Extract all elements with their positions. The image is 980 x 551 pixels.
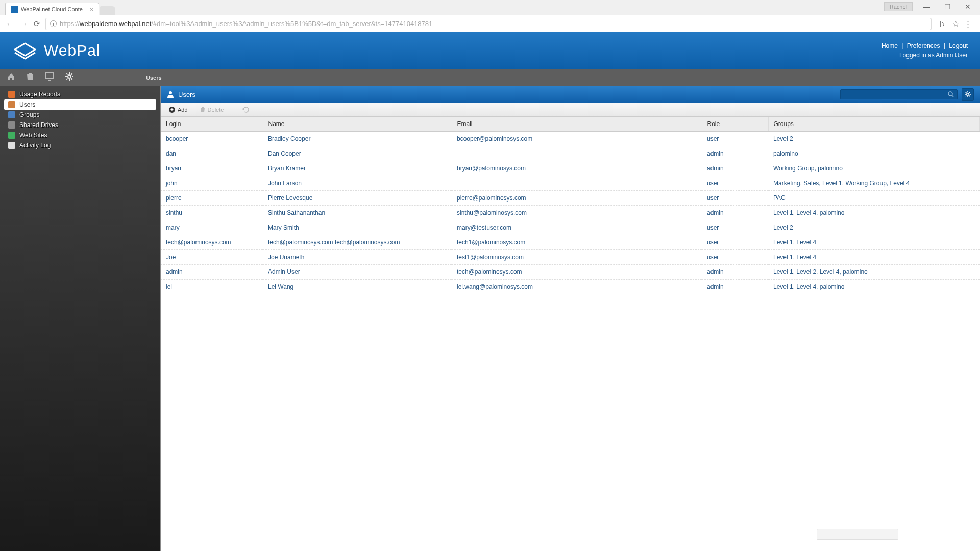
browser-chrome: WebPal.net Cloud Conte × Rachel — ☐ ✕ ← …	[0, 0, 980, 32]
cell-role: user	[702, 235, 768, 250]
sidebar-icon	[8, 142, 15, 149]
search-icon	[948, 91, 954, 97]
sidebar-item-users[interactable]: Users	[4, 99, 156, 110]
table-row[interactable]: adminAdmin Usertech@palominosys.comadmin…	[161, 265, 980, 280]
sidebar-item-activity-log[interactable]: Activity Log	[4, 140, 156, 151]
table-row[interactable]: JoeJoe Unamethtest1@palominosys.comuserL…	[161, 250, 980, 265]
monitor-icon[interactable]	[45, 72, 54, 83]
cell-login: pierre	[161, 191, 263, 206]
table-row[interactable]: tech@palominosys.comtech@palominosys.com…	[161, 235, 980, 250]
add-label: Add	[178, 107, 188, 113]
preferences-link[interactable]: Preferences	[907, 42, 940, 49]
trash-icon	[200, 107, 205, 113]
delete-button[interactable]: Delete	[197, 105, 227, 114]
cell-groups: Level 1, Level 4	[768, 250, 980, 265]
table-header-row: Login Name Email Role Groups	[161, 117, 980, 132]
cell-groups: Level 1, Level 2, Level 4, palomino	[768, 265, 980, 280]
col-email[interactable]: Email	[452, 117, 702, 132]
cell-login: lei	[161, 280, 263, 294]
add-button[interactable]: + Add	[166, 105, 191, 114]
table-row[interactable]: leiLei Wanglei.wang@palominosys.comadmin…	[161, 280, 980, 294]
sidebar-icon	[8, 121, 15, 129]
sidebar-item-web-sites[interactable]: Web Sites	[4, 130, 156, 140]
floating-widget[interactable]	[817, 529, 898, 540]
table-row[interactable]: danDan Cooperadminpalomino	[161, 146, 980, 161]
col-role[interactable]: Role	[702, 117, 768, 132]
sidebar-item-label: Groups	[19, 111, 39, 118]
users-panel-icon	[167, 91, 174, 98]
top-toolbar: Users	[0, 69, 980, 86]
maximize-icon[interactable]: ☐	[941, 3, 953, 11]
cell-groups: Level 2	[768, 132, 980, 146]
cell-name: Bradley Cooper	[263, 132, 452, 146]
logout-link[interactable]: Logout	[949, 42, 968, 49]
cell-email: pierre@palominosys.com	[452, 191, 702, 206]
plus-icon: +	[169, 107, 175, 113]
new-tab-button[interactable]	[100, 6, 115, 15]
cell-role: admin	[702, 265, 768, 280]
cell-name: Admin User	[263, 265, 452, 280]
col-name[interactable]: Name	[263, 117, 452, 132]
sidebar-icon	[8, 101, 15, 108]
search-input[interactable]	[840, 89, 958, 99]
site-info-icon[interactable]: i	[50, 20, 57, 27]
sidebar-item-label: Users	[19, 101, 35, 108]
refresh-button[interactable]	[239, 105, 253, 114]
cell-name: Joe Unameth	[263, 250, 452, 265]
cell-email: bryan@palominosys.com	[452, 161, 702, 176]
tab-close-icon[interactable]: ×	[90, 6, 94, 13]
cell-login: sinthu	[161, 206, 263, 220]
key-icon[interactable]: ⚿	[940, 19, 947, 29]
table-row[interactable]: bcooperBradley Cooperbcooper@palominosys…	[161, 132, 980, 146]
login-status: Logged in as Admin User	[881, 52, 968, 59]
cell-email: tech1@palominosys.com	[452, 235, 702, 250]
minimize-icon[interactable]: —	[921, 3, 933, 11]
table-row[interactable]: bryanBryan Kramerbryan@palominosys.comad…	[161, 161, 980, 176]
cell-groups: palomino	[768, 146, 980, 161]
table-row[interactable]: sinthuSinthu Sathananthansinthu@palomino…	[161, 206, 980, 220]
cell-name: Dan Cooper	[263, 146, 452, 161]
cell-email	[452, 176, 702, 191]
browser-tab[interactable]: WebPal.net Cloud Conte ×	[5, 3, 99, 15]
sidebar-icon	[8, 132, 15, 139]
tab-title: WebPal.net Cloud Conte	[21, 6, 83, 12]
home-link[interactable]: Home	[881, 42, 898, 49]
back-icon[interactable]: ←	[5, 19, 14, 29]
cell-email: lei.wang@palominosys.com	[452, 280, 702, 294]
table-row[interactable]: pierrePierre Levesquepierre@palominosys.…	[161, 191, 980, 206]
cell-role: user	[702, 220, 768, 235]
cell-login: bcooper	[161, 132, 263, 146]
close-window-icon[interactable]: ✕	[962, 3, 974, 11]
cell-name: Lei Wang	[263, 280, 452, 294]
col-login[interactable]: Login	[161, 117, 263, 132]
table-row[interactable]: maryMary Smithmary@testuser.comuserLevel…	[161, 220, 980, 235]
col-groups[interactable]: Groups	[768, 117, 980, 132]
forward-icon[interactable]: →	[19, 19, 29, 29]
url-bar[interactable]: i https://webpaldemo.webpal.net/#dm=tool…	[45, 18, 932, 30]
cell-email: tech@palominosys.com	[452, 265, 702, 280]
sidebar-item-usage-reports[interactable]: Usage Reports	[4, 89, 156, 99]
sidebar-item-label: Activity Log	[19, 142, 51, 149]
home-icon[interactable]	[7, 72, 15, 83]
app-logo[interactable]: WebPal	[12, 39, 101, 62]
cell-role: admin	[702, 146, 768, 161]
cell-email: mary@testuser.com	[452, 220, 702, 235]
svg-rect-0	[45, 73, 54, 79]
gear-icon[interactable]	[65, 72, 74, 83]
cell-email: bcooper@palominosys.com	[452, 132, 702, 146]
table-row[interactable]: johnJohn LarsonuserMarketing, Sales, Lev…	[161, 176, 980, 191]
profile-badge[interactable]: Rachel	[884, 2, 913, 11]
action-bar: + Add Delete	[161, 103, 980, 117]
svg-point-2	[169, 91, 172, 94]
reload-icon[interactable]: ⟳	[34, 19, 40, 29]
panel-settings-button[interactable]	[962, 88, 974, 101]
trash-icon[interactable]	[27, 72, 34, 83]
cell-login: dan	[161, 146, 263, 161]
cell-groups: Level 1, Level 4	[768, 235, 980, 250]
cell-name: Pierre Levesque	[263, 191, 452, 206]
star-icon[interactable]: ☆	[952, 19, 959, 29]
menu-icon[interactable]: ⋮	[964, 19, 972, 29]
sidebar-item-shared-drives[interactable]: Shared Drives	[4, 120, 156, 130]
sidebar-item-groups[interactable]: Groups	[4, 110, 156, 120]
cell-role: user	[702, 250, 768, 265]
